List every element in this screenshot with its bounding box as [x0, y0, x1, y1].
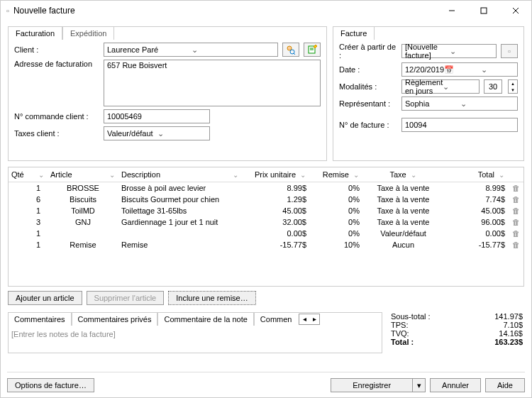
cell-discount: 10% — [309, 240, 362, 250]
close-button[interactable] — [499, 1, 531, 21]
invoice-options-button[interactable]: Options de facture… — [7, 378, 94, 392]
cell-total: 0.00$ — [444, 228, 508, 238]
table-row[interactable]: 1RemiseRemise-15.77$10%Aucun-15.77$🗑 — [9, 239, 523, 250]
chevron-down-icon: ⌄ — [460, 99, 516, 109]
order-label: N° commande client : — [14, 112, 99, 121]
col-qty[interactable]: Qté⌄ — [9, 167, 48, 182]
taxes-combo[interactable]: Valeur/défaut ⌄ — [104, 126, 210, 140]
cell-desc: Gardiennage 1 jour et 1 nuit — [118, 217, 242, 227]
days-spinner[interactable]: ▲▼ — [508, 79, 518, 94]
comments-pane: Commentaires Commentaires privés Comment… — [8, 312, 382, 353]
cell-qty: 1 — [9, 206, 48, 216]
delete-item-button[interactable]: Supprimer l'article — [87, 291, 165, 305]
subtotal-label: Sous-total : — [391, 312, 431, 321]
tab-comments-note[interactable]: Commentaire de la note — [157, 312, 253, 326]
minimize-button[interactable] — [436, 1, 467, 21]
date-label: Date : — [339, 65, 397, 74]
billing-pane: Facturation Expédition Client : Laurence… — [8, 26, 327, 161]
comments-placeholder[interactable]: [Entrer les notes de la facture] — [9, 328, 382, 353]
tps-label: TPS: — [391, 321, 408, 329]
delete-row-icon[interactable]: 🗑 — [508, 240, 523, 250]
save-dropdown[interactable]: ▾ — [413, 378, 426, 392]
terms-combo[interactable]: Règlement en jours ⌄ — [401, 79, 480, 94]
chevron-down-icon: ⌄ — [481, 65, 516, 74]
client-label: Client : — [14, 45, 99, 54]
cell-tax: Taxe à la vente — [362, 183, 444, 193]
chevron-down-icon: ⌄ — [192, 45, 276, 55]
tab-comments-more[interactable]: Commen — [254, 312, 298, 326]
terms-days-field[interactable] — [484, 79, 502, 94]
cell-price: 8.99$ — [242, 183, 309, 193]
tvq-label: TVQ: — [391, 329, 409, 338]
table-row[interactable]: 1BROSSEBrosse à poil avec levier8.99$0%T… — [9, 182, 523, 194]
table-row[interactable]: 10.00$0%Valeur/défaut0.00$🗑 — [9, 228, 523, 239]
delete-row-icon[interactable]: 🗑 — [508, 194, 523, 204]
date-picker[interactable]: 12/20/2019 📅 ⌄ — [401, 62, 518, 77]
cell-price: 45.00$ — [242, 206, 309, 216]
save-label: Enregistrer — [331, 378, 413, 392]
cell-desc: Brosse à poil avec levier — [118, 183, 242, 193]
tvq-value: 14.16$ — [499, 329, 523, 338]
cell-total: 45.00$ — [444, 206, 508, 216]
cell-price: 1.29$ — [242, 194, 309, 204]
col-description[interactable]: Description⌄ — [118, 167, 242, 182]
rep-label: Représentant : — [339, 99, 397, 108]
edit-client-button[interactable] — [304, 43, 321, 57]
tab-shipping[interactable]: Expédition — [62, 26, 114, 40]
taxes-label: Taxes client : — [14, 129, 99, 138]
add-item-button[interactable]: Ajouter un article — [8, 291, 82, 305]
terms-label: Modalités : — [339, 82, 397, 91]
col-price[interactable]: Prix unitaire⌄ — [242, 167, 309, 182]
cell-tax: Taxe à la vente — [362, 217, 444, 227]
cell-article: Biscuits — [48, 194, 118, 204]
cell-qty: 1 — [9, 240, 48, 250]
col-tax[interactable]: Taxe⌄ — [362, 167, 444, 182]
create-label: Créer à partir de : — [339, 43, 397, 60]
cell-discount: 0% — [309, 206, 362, 216]
client-combo[interactable]: Laurence Paré ⌄ — [104, 43, 278, 57]
chevron-down-icon: ⌄ — [450, 47, 494, 56]
find-client-button[interactable] — [282, 43, 299, 57]
subtotal-value: 141.97$ — [494, 312, 523, 321]
window-title: Nouvelle facture — [13, 6, 436, 16]
tab-comments-private[interactable]: Commentaires privés — [72, 312, 158, 326]
table-row[interactable]: 6BiscuitsBiscuits Gourmet pour chien1.29… — [9, 194, 523, 205]
delete-row-icon[interactable]: 🗑 — [508, 217, 523, 227]
cell-tax: Taxe à la vente — [362, 206, 444, 216]
cell-price: -15.77$ — [242, 240, 309, 250]
tab-comments[interactable]: Commentaires — [8, 312, 72, 326]
chevron-down-icon: ⌄ — [157, 129, 208, 138]
tab-billing[interactable]: Facturation — [8, 26, 62, 40]
save-button[interactable]: Enregistrer ▾ — [331, 378, 426, 392]
col-article[interactable]: Article⌄ — [48, 167, 118, 182]
col-total[interactable]: Total⌄ — [444, 167, 508, 182]
col-discount[interactable]: Remise⌄ — [309, 167, 362, 182]
cell-qty: 3 — [9, 217, 48, 227]
help-button[interactable]: Aide — [485, 378, 525, 392]
cell-tax: Valeur/défaut — [362, 228, 444, 238]
cell-desc: Toilettage 31-65lbs — [118, 206, 242, 216]
address-field[interactable]: 657 Rue Boisvert — [104, 60, 321, 106]
cell-discount: 0% — [309, 228, 362, 238]
create-combo[interactable]: [Nouvelle facture] ⌄ — [401, 44, 497, 58]
invnum-field[interactable] — [401, 118, 518, 132]
rep-combo[interactable]: Sophia ⌄ — [401, 96, 518, 111]
cancel-button[interactable]: Annuler — [430, 378, 481, 392]
tab-invoice[interactable]: Facture — [333, 26, 375, 40]
date-value: 12/20/2019 — [405, 65, 444, 74]
doc-icon: ▫ — [6, 6, 9, 15]
delete-row-icon[interactable]: 🗑 — [508, 206, 523, 216]
rep-value: Sophia — [405, 99, 460, 108]
svg-line-6 — [294, 53, 295, 55]
delete-row-icon[interactable]: 🗑 — [508, 183, 523, 193]
table-row[interactable]: 3GNJGardiennage 1 jour et 1 nuit32.00$0%… — [9, 216, 523, 228]
cell-qty: 1 — [9, 183, 48, 193]
include-discount-button[interactable]: Inclure une remise… — [168, 291, 256, 305]
calendar-icon: 📅 — [444, 65, 479, 74]
table-row[interactable]: 1ToilMDToilettage 31-65lbs45.00$0%Taxe à… — [9, 205, 523, 216]
tab-scroll[interactable]: ◂▸ — [299, 314, 320, 325]
maximize-button[interactable] — [467, 1, 499, 21]
order-field[interactable] — [104, 109, 210, 123]
delete-row-icon[interactable]: 🗑 — [508, 228, 523, 238]
line-items-grid: Qté⌄ Article⌄ Description⌄ Prix unitaire… — [8, 167, 524, 287]
